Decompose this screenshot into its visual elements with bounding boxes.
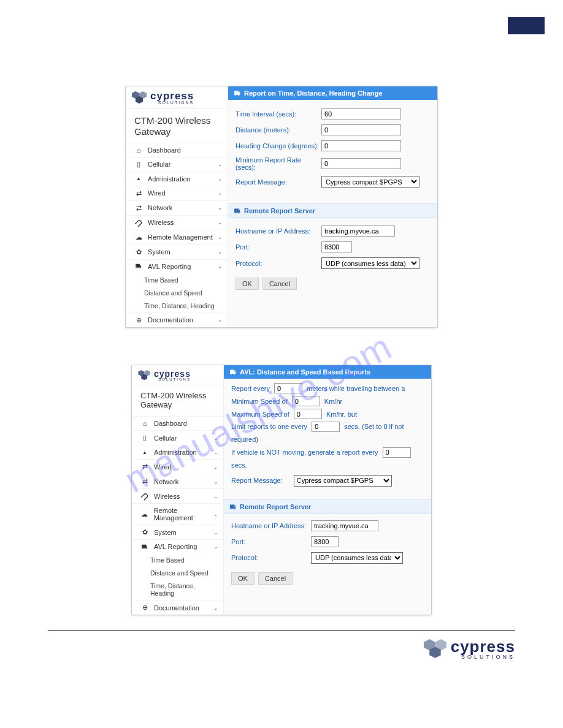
inline-form: Report every meters while traveling betw… [224,379,431,488]
sidebar-item-avl-reporting[interactable]: AVL Reporting⌄ [132,539,223,553]
input-minrate[interactable] [321,158,401,169]
ok-button[interactable]: OK [231,572,255,585]
sidebar-item-system[interactable]: System⌄ [126,245,228,259]
chevron-down-icon: ⌄ [218,219,223,226]
sidebar-item-wired[interactable]: Wired⌄ [126,186,228,200]
label-hostname: Hostname or IP Address: [231,522,311,529]
input-report-every[interactable] [274,383,302,393]
input-hostname[interactable] [311,520,378,531]
select-protocol[interactable]: UDP (consumes less data) [321,257,419,269]
sidebar-item-wireless[interactable]: Wireless⌄ [132,488,223,503]
input-port[interactable] [311,536,339,547]
logo-text-block: cypress SOLUTIONS [150,91,194,105]
text-secs: secs. [231,461,247,469]
sidebar-sub-label: Time Based [150,556,185,564]
chevron-down-icon: ⌄ [213,529,218,536]
cancel-button[interactable]: Cancel [262,278,297,290]
chevron-down-icon: ⌄ [218,205,223,211]
chevron-down-icon: ⌄ [213,544,218,550]
brand-name: cypress [150,91,194,100]
chevron-down-icon: ⌄ [213,605,218,611]
sidebar-item-administration[interactable]: Administration⌄ [132,445,223,459]
panel-heading-distance-speed: AVL: Distance and Speed Based Reports [224,365,431,379]
globe-icon [134,316,143,324]
label-port: Port: [236,243,321,251]
truck-icon [230,368,236,376]
cancel-button[interactable]: Cancel [258,572,293,585]
input-max-speed[interactable] [294,409,322,419]
text-report-every: Report every [231,385,270,392]
chevron-down-icon: ⌄ [213,435,218,441]
label-time-interval: Time Interval (secs): [236,110,321,118]
input-min-speed[interactable] [292,396,320,406]
row-distance: Distance (meters): [228,122,437,138]
chevron-down-icon: ⌄ [218,234,223,240]
sidebar-sub-time-based[interactable]: Time Based [132,553,223,567]
text-not-moving: If vehicle is NOT moving, generate a rep… [231,449,378,456]
row-heading: Heading Change (degrees): [228,138,437,154]
sidebar-item-network[interactable]: Network⌄ [132,474,223,488]
sidebar-item-network[interactable]: Network⌄ [126,200,228,215]
rss-icon [134,219,143,227]
input-not-moving[interactable] [383,447,411,458]
sidebar-item-label: Cellular [154,434,177,442]
row-protocol: Protocol: UDP (consumes less data) [228,255,437,271]
button-row: OK Cancel [224,566,431,593]
chevron-down-icon: ⌄ [213,464,218,470]
input-port[interactable] [321,241,352,252]
sidebar-item-remote-management[interactable]: Remote Management⌄ [126,230,228,245]
sidebar-item-avl-reporting[interactable]: AVL Reporting⌄ [126,259,228,273]
sidebar-item-wired[interactable]: Wired⌄ [132,459,223,474]
label-report-message: Report Message: [236,178,321,186]
line-max-speed: Maximum Speed of Km/hr, but [231,408,424,421]
input-hostname[interactable] [321,226,395,237]
sidebar-item-label: Documentation [148,316,193,324]
sidebar-sub-time-distance-heading[interactable]: Time, Distance, Heading [126,300,228,313]
brand-name: cypress [451,640,515,654]
sidebar-item-dashboard[interactable]: Dashboard [132,416,223,430]
sidebar-item-documentation[interactable]: Documentation⌄ [126,313,228,327]
user-icon [134,176,143,181]
input-time-interval[interactable] [321,108,401,119]
line-not-moving: If vehicle is NOT moving, generate a rep… [231,446,424,472]
truck-icon [140,544,149,550]
panel-title: Report on Time, Distance, Heading Change [244,89,382,97]
sidebar-sub-distance-speed[interactable]: Distance and Speed [126,287,228,300]
select-report-message[interactable]: Cypress compact $PGPS [321,176,419,188]
sidebar-item-documentation[interactable]: Documentation⌄ [132,600,223,615]
subpanel-heading-server: Remote Report Server [228,203,437,218]
cloud-icon [134,233,143,241]
sidebar-item-dashboard[interactable]: Dashboard [126,143,228,157]
sidebar-item-system[interactable]: System⌄ [132,525,223,539]
sidebar-item-wireless[interactable]: Wireless⌄ [126,215,228,230]
sidebar-item-administration[interactable]: Administration⌄ [126,172,228,186]
label-hostname: Hostname or IP Address: [236,227,321,235]
sidebar-item-label: Documentation [154,604,199,612]
input-heading[interactable] [321,140,401,151]
subpanel-title: Remote Report Server [240,503,311,510]
ok-button[interactable]: OK [236,278,259,290]
row-protocol: Protocol: UDP (consumes less data) [224,550,431,566]
home-icon [140,420,149,427]
screenshot-time-distance-heading: cypress SOLUTIONS CTM-200 Wireless Gatew… [125,86,438,328]
label-distance: Distance (meters): [236,126,321,134]
sidebar-sub-time-distance-heading[interactable]: Time, Distance, Heading [132,580,223,600]
input-limit[interactable] [312,422,340,432]
label-heading: Heading Change (degrees): [236,142,321,150]
sidebar-item-label: Wireless [154,493,180,500]
label-port: Port: [231,538,311,545]
sidebar-item-cellular[interactable]: Cellular⌄ [132,430,223,445]
gear-icon [140,528,149,536]
sidebar-item-cellular[interactable]: Cellular⌄ [126,157,228,172]
chevron-down-icon: ⌄ [218,176,223,182]
main-panel: Report on Time, Distance, Heading Change… [228,86,437,327]
subpanel-title: Remote Report Server [244,207,315,214]
sidebar-item-remote-management[interactable]: Remote Management⌄ [132,503,223,525]
sidebar-sub-distance-speed[interactable]: Distance and Speed [132,567,223,580]
sidebar-sub-label: Time Based [144,276,178,284]
select-report-message[interactable]: Cypress compact $PGPS [294,475,392,487]
input-distance[interactable] [321,124,401,135]
select-protocol[interactable]: UDP (consumes less data) [311,552,403,564]
row-report-message: Report Message: Cypress compact $PGPS [228,173,437,190]
sidebar-sub-time-based[interactable]: Time Based [126,273,228,287]
